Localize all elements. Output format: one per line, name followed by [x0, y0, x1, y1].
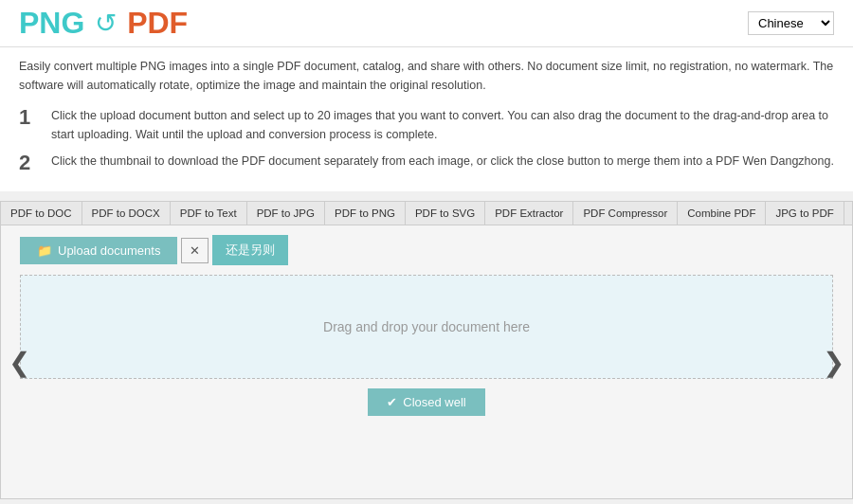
- step-1-text: Click the upload document button and sel…: [51, 106, 834, 144]
- convert-button[interactable]: 还是另则: [212, 235, 288, 265]
- close-x-label: ✕: [190, 243, 200, 258]
- toolbar-btn-pdf-to-text[interactable]: PDF to Text: [171, 202, 247, 225]
- drop-text: Drag and drop your document here: [323, 319, 530, 334]
- upload-label: Upload documents: [58, 243, 160, 258]
- toolbar-btn-pdf-to-jpg[interactable]: PDF to JPG: [247, 202, 325, 225]
- work-area: 📁 Upload documents ✕ 还是另则 ❮ Drag and dro…: [0, 225, 853, 499]
- logo-png: PNG: [19, 6, 84, 41]
- step-2-number: 2: [19, 152, 45, 174]
- header: PNG ↺ PDF ChineseEnglishJapaneseKoreanFr…: [0, 0, 853, 47]
- closed-well-label: Closed well: [403, 395, 465, 409]
- logo-to: [84, 6, 93, 41]
- logo: PNG ↺ PDF: [19, 6, 188, 41]
- convert-label: 还是另则: [226, 242, 275, 259]
- nav-left-button[interactable]: ❮: [1, 337, 38, 387]
- logo-pdf: PDF: [127, 6, 188, 41]
- drop-area[interactable]: Drag and drop your document here: [20, 275, 833, 379]
- upload-bar: 📁 Upload documents ✕ 还是另则: [20, 235, 833, 265]
- closed-well-icon: ✔: [387, 395, 397, 409]
- toolbar: PDF to DOCPDF to DOCXPDF to TextPDF to J…: [0, 201, 853, 225]
- logo-arrow: ↺: [95, 8, 117, 39]
- toolbar-btn-jpg-to-pdf[interactable]: JPG to PDF: [766, 202, 844, 225]
- toolbar-btn-pdf-to-png[interactable]: PDF to PNG: [325, 202, 406, 225]
- upload-icon: 📁: [37, 243, 52, 258]
- language-select[interactable]: ChineseEnglishJapaneseKoreanFrenchGerman…: [748, 11, 834, 35]
- upload-button[interactable]: 📁 Upload documents: [20, 237, 177, 264]
- close-x-button[interactable]: ✕: [181, 238, 209, 263]
- step-1: 1 Click the upload document button and s…: [19, 106, 834, 144]
- toolbar-btn-pdf-extractor[interactable]: PDF Extractor: [485, 202, 573, 225]
- toolbar-btn-pdf-compressor[interactable]: PDF Compressor: [573, 202, 678, 225]
- step-1-number: 1: [19, 106, 45, 129]
- nav-right-button[interactable]: ❯: [815, 337, 852, 387]
- toolbar-btn-pdf-to-docx[interactable]: PDF to DOCX: [82, 202, 171, 225]
- step-2-text: Click the thumbnail to download the PDF …: [51, 152, 834, 171]
- logo-to2: [118, 6, 127, 41]
- toolbar-btn-combine-pdf[interactable]: Combine PDF: [678, 202, 766, 225]
- description-text: Easily convert multiple PNG images into …: [19, 57, 834, 95]
- toolbar-btn-pdf-to-svg[interactable]: PDF to SVG: [406, 202, 485, 225]
- step-2: 2 Click the thumbnail to download the PD…: [19, 152, 834, 174]
- closed-well-bar: ✔ Closed well: [20, 388, 833, 416]
- main-content: Easily convert multiple PNG images into …: [0, 47, 853, 191]
- toolbar-btn-pdf-to-doc[interactable]: PDF to DOC: [1, 202, 82, 225]
- closed-well-button[interactable]: ✔ Closed well: [368, 388, 484, 416]
